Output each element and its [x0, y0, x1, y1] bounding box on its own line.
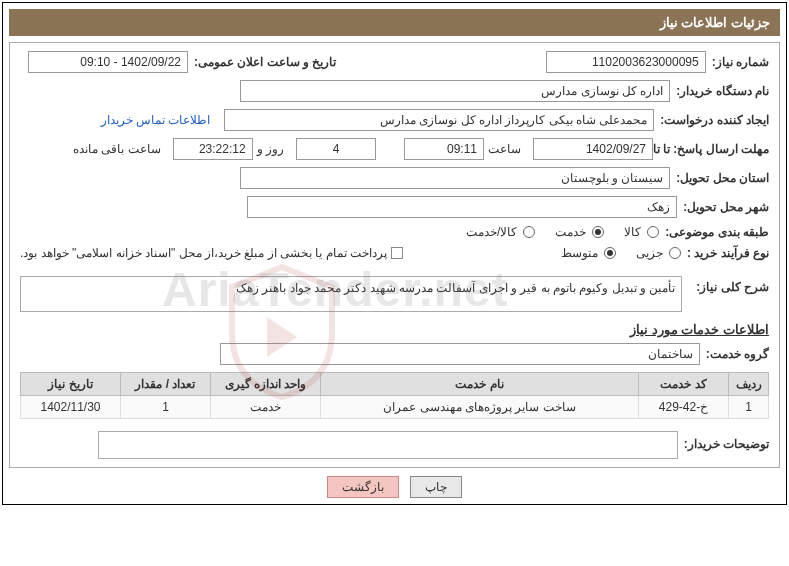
category-label: طبقه بندی موضوعی:	[665, 225, 769, 239]
payment-checkbox[interactable]	[391, 247, 403, 259]
cell-unit: خدمت	[211, 396, 321, 419]
deadline-time-field: 09:11	[404, 138, 484, 160]
province-field: سیستان و بلوچستان	[240, 167, 670, 189]
th-unit: واحد اندازه گیری	[211, 373, 321, 396]
cell-row: 1	[729, 396, 769, 419]
cell-name: ساخت سایر پروژه‌های مهندسی عمران	[321, 396, 639, 419]
th-code: کد خدمت	[639, 373, 729, 396]
contact-link[interactable]: اطلاعات تماس خریدار	[101, 113, 211, 127]
need-number-field: 1102003623000095	[546, 51, 706, 73]
buyer-comment-label: توضیحات خریدار:	[684, 437, 769, 451]
radio-service[interactable]	[592, 226, 604, 238]
remaining-time-field: 23:22:12	[173, 138, 253, 160]
radio-goods-label: کالا	[624, 225, 641, 239]
radio-medium-label: متوسط	[561, 246, 598, 260]
cell-date: 1402/11/30	[21, 396, 121, 419]
deadline-label: مهلت ارسال پاسخ: تا تاریخ:	[659, 142, 769, 156]
print-button[interactable]: چاپ	[410, 476, 462, 498]
back-button[interactable]: بازگشت	[327, 476, 399, 498]
th-qty: تعداد / مقدار	[121, 373, 211, 396]
radio-partial[interactable]	[669, 247, 681, 259]
announce-label: تاریخ و ساعت اعلان عمومی:	[194, 55, 336, 69]
buyer-org-label: نام دستگاه خریدار:	[676, 84, 769, 98]
radio-partial-label: جزیی	[636, 246, 663, 260]
radio-goods-service[interactable]	[523, 226, 535, 238]
time-label: ساعت	[488, 142, 521, 156]
city-label: شهر محل تحویل:	[683, 200, 769, 214]
remaining-days-field: 4	[296, 138, 376, 160]
requester-label: ایجاد کننده درخواست:	[660, 113, 769, 127]
radio-goods[interactable]	[647, 226, 659, 238]
cell-code: خ-42-429	[639, 396, 729, 419]
need-desc-field: تأمین و تبدیل وکیوم باتوم به قیر و اجرای…	[20, 276, 682, 312]
radio-medium[interactable]	[604, 247, 616, 259]
table-row: 1 خ-42-429 ساخت سایر پروژه‌های مهندسی عم…	[21, 396, 769, 419]
radio-service-label: خدمت	[555, 225, 586, 239]
services-table: ردیف کد خدمت نام خدمت واحد اندازه گیری ت…	[20, 372, 769, 419]
need-desc-label: شرح کلی نیاز:	[696, 280, 769, 294]
need-number-label: شماره نیاز:	[712, 55, 769, 69]
deadline-date-field: 1402/09/27	[533, 138, 653, 160]
requester-field: محمدعلی شاه بیکی کارپرداز اداره کل نوساز…	[224, 109, 654, 131]
buyer-comment-field	[98, 431, 678, 459]
days-and-label: روز و	[257, 142, 284, 156]
services-section-title: اطلاعات خدمات مورد نیاز	[20, 322, 769, 337]
th-name: نام خدمت	[321, 373, 639, 396]
announce-value-field: 1402/09/22 - 09:10	[28, 51, 188, 73]
buyer-org-field: اداره کل نوسازی مدارس	[240, 80, 670, 102]
th-row: ردیف	[729, 373, 769, 396]
radio-goods-service-label: کالا/خدمت	[466, 225, 517, 239]
remaining-suffix: ساعت باقی مانده	[73, 142, 161, 156]
province-label: استان محل تحویل:	[676, 171, 769, 185]
cell-qty: 1	[121, 396, 211, 419]
city-field: زهک	[247, 196, 677, 218]
process-label: نوع فرآیند خرید :	[687, 246, 769, 260]
service-group-field: ساختمان	[220, 343, 700, 365]
payment-note: پرداخت تمام یا بخشی از مبلغ خرید،از محل …	[20, 246, 387, 260]
service-group-label: گروه خدمت:	[706, 347, 769, 361]
th-date: تاریخ نیاز	[21, 373, 121, 396]
page-title: جزئیات اطلاعات نیاز	[9, 9, 780, 36]
